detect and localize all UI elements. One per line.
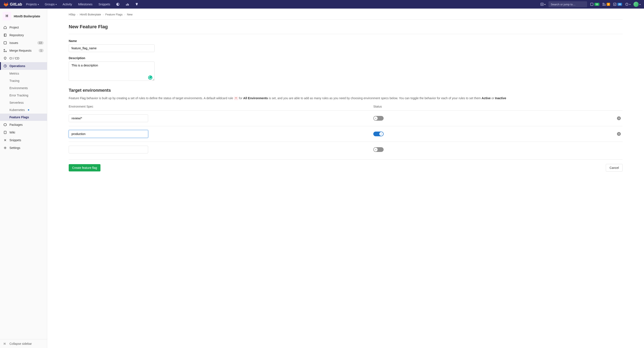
- issues-icon: [4, 41, 7, 45]
- sidebar-item-snippets[interactable]: Snippets: [0, 136, 47, 144]
- description-group: Description: [69, 56, 622, 81]
- status-toggle[interactable]: ✓: [373, 132, 384, 136]
- cancel-button[interactable]: Cancel: [606, 164, 622, 172]
- chevron-down-icon: ▾: [56, 3, 57, 5]
- env-table: Environment Spec Status ✕ ✕ ✓ ✕ ✕: [69, 105, 622, 157]
- target-env-description: Feature Flag behavior is built up by cre…: [69, 96, 622, 101]
- env-spec-input[interactable]: [69, 114, 148, 122]
- svg-rect-2: [128, 4, 129, 5]
- sidebar-item-settings[interactable]: Settings: [0, 144, 47, 152]
- env-spec-input[interactable]: [69, 146, 148, 154]
- svg-rect-17: [4, 131, 6, 134]
- toggle-knob-icon: ✕: [374, 116, 378, 120]
- description-textarea[interactable]: [69, 61, 154, 81]
- sidebar-sub-tracing[interactable]: Tracing: [0, 77, 47, 84]
- header-help[interactable]: ?▾: [625, 2, 630, 6]
- create-button[interactable]: Create feature flag: [69, 164, 100, 172]
- collapse-icon: [4, 342, 7, 346]
- nav-analytics-icon[interactable]: [124, 2, 131, 6]
- nav-snippets[interactable]: Snippets: [96, 2, 112, 6]
- header-user-menu[interactable]: ▾: [634, 2, 640, 7]
- name-group: Name: [69, 39, 622, 52]
- new-dropdown[interactable]: ▾: [540, 2, 546, 6]
- target-env-title: Target environments: [69, 88, 622, 93]
- remove-row-button[interactable]: ✕: [617, 116, 621, 120]
- nav-perf-icon[interactable]: [114, 2, 122, 6]
- chevron-down-icon: ▾: [640, 3, 640, 5]
- header-left: GitLab Projects▾ Groups▾ Activity Milest…: [4, 2, 140, 7]
- search-box[interactable]: [548, 1, 587, 7]
- issues-icon: [590, 2, 594, 6]
- nav-milestones[interactable]: Milestones: [76, 2, 95, 6]
- sidebar-sub-error-tracking[interactable]: Error Tracking: [0, 92, 47, 99]
- svg-rect-13: [4, 42, 6, 44]
- svg-point-14: [4, 49, 5, 50]
- search-input[interactable]: [550, 3, 587, 6]
- name-label: Name: [69, 39, 622, 43]
- chevron-right-icon: ›: [102, 13, 104, 16]
- svg-point-6: [603, 3, 604, 4]
- wildcard-badge: *: [234, 97, 238, 100]
- nav-groups[interactable]: Groups▾: [43, 2, 59, 6]
- nav-activity[interactable]: Activity: [60, 2, 74, 6]
- sidebar-sub-kubernetes[interactable]: Kubernetes: [0, 106, 47, 114]
- svg-rect-5: [590, 3, 593, 5]
- svg-rect-0: [126, 4, 127, 5]
- env-spec-input[interactable]: [69, 130, 148, 138]
- header-merge-requests[interactable]: 1: [602, 2, 610, 6]
- sidebar-sub-metrics[interactable]: Metrics: [0, 70, 47, 77]
- sidebar-item-packages[interactable]: Packages: [0, 121, 47, 129]
- chevron-down-icon: ▾: [630, 3, 630, 5]
- plus-icon: [540, 2, 544, 6]
- sidebar-item-repository[interactable]: Repository: [0, 31, 47, 39]
- sidebar: H Html5 Boilerplate Project Repository I…: [0, 8, 47, 348]
- collapse-sidebar[interactable]: Collapse sidebar: [0, 339, 47, 348]
- sidebar-item-wiki[interactable]: Wiki: [0, 129, 47, 136]
- operations-icon: [4, 64, 7, 68]
- env-table-header: Environment Spec Status: [69, 105, 622, 110]
- status-toggle[interactable]: ✕: [373, 116, 384, 121]
- package-icon: [4, 123, 7, 126]
- todos-icon: [613, 2, 616, 6]
- col-status-header: Status: [373, 105, 512, 108]
- breadcrumb-item[interactable]: Html5 Boilerplate: [80, 13, 101, 16]
- breadcrumb-current: New: [127, 13, 132, 16]
- sidebar-item-operations[interactable]: Operations: [0, 62, 47, 70]
- toggle-knob-icon: ✕: [374, 148, 378, 152]
- home-icon: [4, 26, 7, 29]
- project-header[interactable]: H Html5 Boilerplate: [0, 8, 47, 23]
- merge-request-icon: [4, 49, 7, 52]
- sidebar-item-merge-requests[interactable]: Merge Requests1: [0, 47, 47, 54]
- chevron-right-icon: ›: [77, 13, 78, 16]
- gear-icon: [4, 146, 7, 150]
- svg-point-7: [603, 5, 604, 5]
- sidebar-sub-environments[interactable]: Environments: [0, 84, 47, 92]
- breadcrumb-item[interactable]: H5bp: [69, 13, 75, 16]
- help-icon: ?: [625, 2, 628, 6]
- project-name: Html5 Boilerplate: [14, 14, 40, 18]
- sidebar-item-issues[interactable]: Issues13: [0, 39, 47, 47]
- breadcrumb-item[interactable]: Feature Flags: [106, 13, 122, 16]
- page-title: New Feature Flag: [69, 24, 622, 34]
- book-icon: [4, 131, 7, 134]
- header-todos[interactable]: 20: [613, 2, 622, 6]
- sidebar-item-project[interactable]: Project: [0, 23, 47, 31]
- col-spec-header: Environment Spec: [69, 105, 373, 108]
- svg-point-15: [4, 51, 5, 52]
- chevron-down-icon: ▾: [38, 3, 39, 5]
- merge-request-icon: [602, 2, 606, 6]
- status-toggle[interactable]: ✕: [373, 147, 384, 152]
- nav-projects[interactable]: Projects▾: [24, 2, 41, 6]
- nav-admin-icon[interactable]: [133, 2, 140, 6]
- sidebar-item-cicd[interactable]: CI / CD: [0, 54, 47, 62]
- grammarly-icon[interactable]: [148, 75, 152, 80]
- env-row: ✕ ✕: [69, 110, 622, 126]
- env-row: ✕: [69, 142, 622, 157]
- sidebar-sub-feature-flags[interactable]: Feature Flags: [0, 114, 47, 121]
- chevron-down-icon: ▾: [544, 3, 546, 5]
- remove-row-button[interactable]: ✕: [617, 132, 621, 136]
- sidebar-sub-serverless[interactable]: Serverless: [0, 99, 47, 106]
- name-input[interactable]: [69, 44, 154, 52]
- header-issues[interactable]: 11: [590, 2, 599, 6]
- logo[interactable]: GitLab: [4, 2, 22, 7]
